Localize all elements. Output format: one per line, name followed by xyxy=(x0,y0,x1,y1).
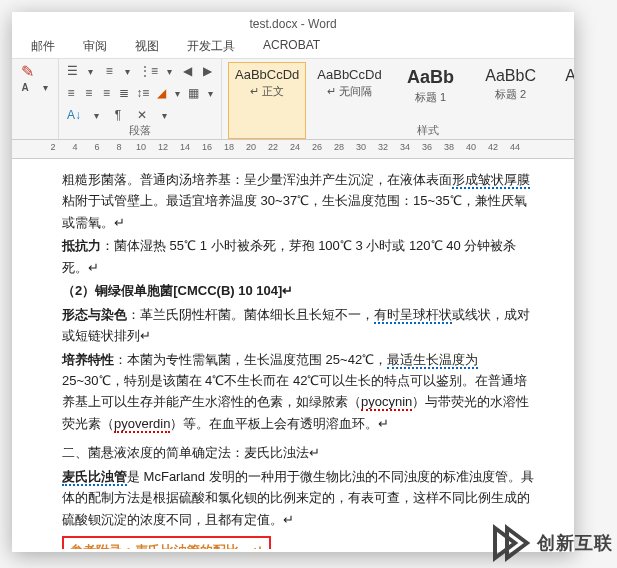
style-preview: AaBbCcDd xyxy=(317,67,381,82)
borders-icon[interactable]: ▦ xyxy=(188,84,200,102)
style-name: 标题 xyxy=(560,87,574,102)
align-left-icon[interactable]: ≡ xyxy=(65,84,77,102)
para-heading: 二、菌悬液浓度的简单确定法：麦氏比浊法↵ xyxy=(62,442,534,463)
window-title: test.docx - Word xyxy=(249,17,336,31)
chevron-down-icon[interactable]: ▾ xyxy=(89,108,103,122)
ribbon: ✎ A ▾ ☰▾ ≡▾ ⋮≡▾ ◀ ▶ ≡ ≡ ≡ ≣ ↕≡ ◢▾ ▦▾ xyxy=(12,59,574,140)
tab-acrobat[interactable]: ACROBAT xyxy=(249,36,334,58)
bullet-list-icon[interactable]: ☰ xyxy=(65,62,79,80)
tab-mail[interactable]: 邮件 xyxy=(17,36,69,58)
style-name: 标题 1 xyxy=(400,90,462,105)
para: 抵抗力：菌体湿热 55℃ 1 小时被杀死，芽孢 100℃ 3 小时或 120℃ … xyxy=(62,235,534,278)
chevron-down-icon[interactable]: ▾ xyxy=(38,80,52,94)
ribbon-tabs: 邮件 审阅 视图 开发工具 ACROBAT xyxy=(12,36,574,59)
ruler[interactable]: 2468101214161820222426283032343638404244 xyxy=(12,140,574,159)
chevron-down-icon[interactable]: ▾ xyxy=(164,64,175,78)
title-bar: test.docx - Word xyxy=(12,12,574,36)
watermark-text: 创新互联 xyxy=(537,531,613,555)
align-justify-icon[interactable]: ≣ xyxy=(118,84,130,102)
para: 培养特性：本菌为专性需氧菌，生长温度范围 25~42℃，最适生长温度为 25~3… xyxy=(62,349,534,435)
font-bold-icon[interactable]: A xyxy=(18,80,32,94)
chevron-down-icon[interactable]: ▾ xyxy=(206,86,215,100)
sort-icon[interactable]: A↓ xyxy=(65,106,83,124)
format-painter-icon[interactable]: ✎ xyxy=(18,62,36,80)
chevron-down-icon[interactable]: ▾ xyxy=(122,64,133,78)
document-body[interactable]: 粗糙形菌落。普通肉汤培养基：呈少量浑浊并产生沉淀，在液体表面形成皱状厚膜粘附于试… xyxy=(12,159,574,549)
style-name: ↵ 正文 xyxy=(235,84,299,99)
shading-icon[interactable]: ◢ xyxy=(155,84,167,102)
tab-view[interactable]: 视图 xyxy=(121,36,173,58)
style-name: 标题 2 xyxy=(480,87,542,102)
special-icon[interactable]: ✕ xyxy=(133,106,151,124)
indent-icon[interactable]: ▶ xyxy=(201,62,215,80)
align-right-icon[interactable]: ≡ xyxy=(101,84,113,102)
style-preview: AaBbC xyxy=(560,67,574,85)
tab-review[interactable]: 审阅 xyxy=(69,36,121,58)
style-preview: AaBb xyxy=(400,67,462,88)
para-heading: （2）铜绿假单胞菌[CMCC(B) 10 104]↵ xyxy=(62,280,534,301)
watermark: 创新互联 xyxy=(489,522,613,564)
bookmark-boxed-text[interactable]: 参考附录：麦氏比浊管的配比。↵ xyxy=(62,536,271,549)
group-styles-label: 样式 xyxy=(222,123,574,138)
line-spacing-icon[interactable]: ↕≡ xyxy=(136,84,149,102)
para: 麦氏比浊管是 McFarland 发明的一种用于微生物比浊的不同浊度的标准浊度管… xyxy=(62,466,534,530)
outdent-icon[interactable]: ◀ xyxy=(181,62,195,80)
numbered-list-icon[interactable]: ≡ xyxy=(102,62,116,80)
chevron-down-icon[interactable]: ▾ xyxy=(173,86,182,100)
ruler-marks: 2468101214161820222426283032343638404244 xyxy=(42,142,526,152)
tab-dev[interactable]: 开发工具 xyxy=(173,36,249,58)
multilevel-list-icon[interactable]: ⋮≡ xyxy=(140,62,158,80)
watermark-logo-icon xyxy=(489,522,531,564)
chevron-down-icon[interactable]: ▾ xyxy=(157,108,171,122)
para: 形态与染色：革兰氏阴性杆菌。菌体细长且长短不一，有时呈球杆状或线状，成对或短链状… xyxy=(62,304,534,347)
para-bookmark: 参考附录：麦氏比浊管的配比。↵ xyxy=(62,536,534,549)
chevron-down-icon[interactable]: ▾ xyxy=(85,64,96,78)
style-preview: AaBbC xyxy=(480,67,542,85)
style-preview: AaBbCcDd xyxy=(235,67,299,82)
group-paragraph-label: 段落 xyxy=(59,123,221,138)
para: 粗糙形菌落。普通肉汤培养基：呈少量浑浊并产生沉淀，在液体表面形成皱状厚膜粘附于试… xyxy=(62,169,534,233)
show-marks-icon[interactable]: ¶ xyxy=(109,106,127,124)
style-name: ↵ 无间隔 xyxy=(317,84,381,99)
align-center-icon[interactable]: ≡ xyxy=(83,84,95,102)
